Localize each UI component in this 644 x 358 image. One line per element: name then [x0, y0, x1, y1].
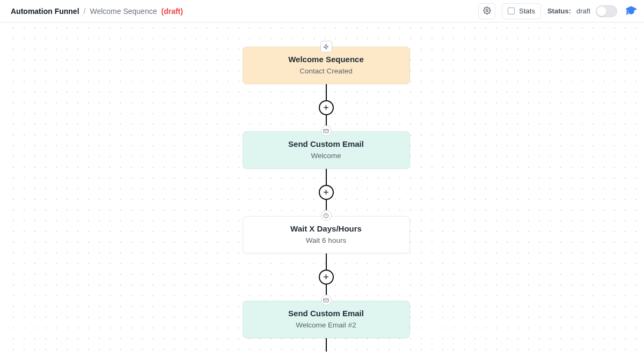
topbar: Automation Funnel / Welcome Sequence (dr… [0, 0, 644, 23]
trigger-icon [320, 41, 332, 53]
node-subtitle: Welcome [252, 152, 401, 160]
node-subtitle: Welcome Email #2 [252, 321, 401, 329]
node-trigger[interactable]: Welcome Sequence Contact Created [243, 47, 410, 84]
svg-marker-1 [324, 44, 328, 49]
status-indicator: Status: draft [547, 5, 617, 17]
breadcrumb: Automation Funnel / Welcome Sequence (dr… [11, 7, 183, 16]
email-icon [321, 125, 332, 136]
add-step-button[interactable]: + [319, 270, 334, 285]
node-subtitle: Wait 6 hours [252, 236, 401, 244]
node-title: Send Custom Email [252, 139, 401, 148]
node-subtitle: Contact Created [252, 67, 401, 75]
flow-edge [326, 84, 327, 100]
breadcrumb-name: Welcome Sequence [90, 7, 157, 16]
stats-button[interactable]: Stats [502, 3, 541, 19]
help-icon[interactable] [624, 3, 639, 19]
email-icon [321, 295, 332, 305]
checkbox-icon [508, 8, 515, 14]
node-title: Welcome Sequence [252, 55, 401, 64]
breadcrumb-draft-badge: (draft) [161, 7, 182, 16]
breadcrumb-root[interactable]: Automation Funnel [11, 7, 79, 16]
status-prefix: Status: [547, 7, 571, 15]
add-step-button[interactable]: + [319, 185, 334, 200]
status-value: draft [576, 7, 590, 15]
stats-label: Stats [519, 7, 535, 15]
node-title: Wait X Days/Hours [252, 224, 401, 233]
flow-edge [326, 253, 327, 270]
topbar-actions: Stats Status: draft [478, 3, 639, 19]
breadcrumb-separator: / [84, 7, 86, 16]
flow-canvas[interactable]: Welcome Sequence Contact Created + Send … [8, 23, 644, 358]
node-wait[interactable]: Wait X Days/Hours Wait 6 hours [243, 216, 410, 253]
svg-point-0 [486, 9, 488, 11]
status-toggle[interactable] [596, 5, 617, 17]
clock-icon [321, 210, 332, 221]
gear-icon [483, 6, 491, 16]
flow-edge [326, 338, 327, 352]
add-step-button[interactable]: + [319, 100, 334, 115]
node-email[interactable]: Send Custom Email Welcome Email #2 [243, 301, 410, 338]
flow-edge [326, 169, 327, 185]
settings-button[interactable] [478, 3, 495, 19]
node-email[interactable]: Send Custom Email Welcome [243, 131, 410, 169]
node-title: Send Custom Email [252, 309, 401, 318]
flow-column: Welcome Sequence Contact Created + Send … [243, 23, 410, 352]
